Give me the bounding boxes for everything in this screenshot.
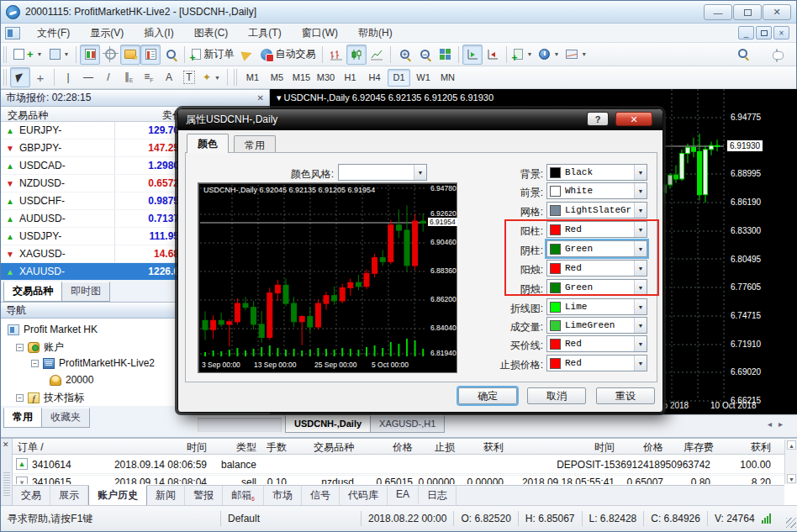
col-swap[interactable]: 库存费 xyxy=(677,440,714,455)
reset-button[interactable]: 重设 xyxy=(596,387,655,404)
tree-item-broker[interactable]: Profit Market HK xyxy=(8,324,98,335)
timeframes-grip[interactable] xyxy=(234,69,238,86)
zoom-in-button[interactable]: + xyxy=(394,45,414,65)
trendline-tool[interactable]: / xyxy=(98,67,119,87)
tab-mailbox[interactable]: 邮箱6 xyxy=(223,486,264,506)
collapse-icon[interactable]: − xyxy=(16,344,24,351)
col-price2[interactable]: 价格 xyxy=(623,440,663,455)
col-sl[interactable]: 止损 xyxy=(418,440,455,455)
dialog-close-button[interactable]: ✕ xyxy=(615,112,652,126)
status-profile[interactable]: Default xyxy=(228,513,354,524)
tab-trade[interactable]: 交易 xyxy=(13,486,50,506)
menu-tools[interactable]: 工具(T) xyxy=(238,24,291,43)
color-select-ask-line[interactable]: Red▼ xyxy=(546,335,647,352)
data-window-button[interactable] xyxy=(100,45,120,65)
col-lots[interactable]: 手数 xyxy=(258,440,287,455)
terminal-scrollbar[interactable]: ▲ ▼ xyxy=(784,440,797,484)
profiles-button[interactable]: ▼ xyxy=(46,45,73,65)
chart-close-button[interactable]: × xyxy=(773,26,789,40)
new-order-button[interactable]: +新订单 xyxy=(188,45,237,65)
color-select-bear-candle[interactable]: Green▼ xyxy=(546,279,647,296)
color-scheme-select[interactable]: ▼ xyxy=(338,164,427,181)
toolbar-grip[interactable] xyxy=(3,46,8,63)
ok-button[interactable]: 确定 xyxy=(458,387,517,404)
zoom-out-button[interactable]: − xyxy=(414,45,435,65)
column-symbol[interactable]: 交易品种 xyxy=(8,108,48,123)
color-select-bull-candle[interactable]: Red▼ xyxy=(546,260,647,277)
candlestick-button[interactable] xyxy=(346,45,367,65)
tab-journal[interactable]: 日志 xyxy=(419,486,457,506)
tf-w1[interactable]: W1 xyxy=(412,69,435,87)
tf-m30[interactable]: M30 xyxy=(314,69,337,87)
tab-symbols[interactable]: 交易品种 xyxy=(3,282,62,302)
menu-insert[interactable]: 插入(I) xyxy=(134,24,183,43)
dialog-tab-common[interactable]: 常用 xyxy=(234,135,276,153)
collapse-icon[interactable]: − xyxy=(31,360,39,367)
crosshair-tool[interactable]: + xyxy=(30,67,50,87)
chevron-down-icon[interactable]: ▼ xyxy=(634,336,647,351)
tf-m5[interactable]: M5 xyxy=(266,69,288,87)
tab-common[interactable]: 常用 xyxy=(3,408,42,428)
chart-restore-button[interactable] xyxy=(756,26,772,40)
arrows-tool[interactable]: ✦▼ xyxy=(199,67,224,87)
chart-minimize-button[interactable]: _ xyxy=(738,26,754,40)
dialog-tab-colors[interactable]: 颜色 xyxy=(187,134,229,153)
text-tool[interactable]: A xyxy=(159,67,179,87)
chart-info-line[interactable]: ▾ USDCNH-,Daily 6.92045 6.92135 6.91205 … xyxy=(277,92,494,103)
color-select-background[interactable]: Black▼ xyxy=(546,164,647,181)
tab-code-base[interactable]: 代码库 xyxy=(340,486,388,506)
tile-windows-button[interactable] xyxy=(435,45,455,65)
tab-tick-chart[interactable]: 即时图 xyxy=(61,282,110,302)
market-watch-toggle[interactable] xyxy=(80,45,100,65)
chevron-down-icon[interactable]: ▼ xyxy=(634,299,647,314)
channel-tool[interactable]: ∥E xyxy=(119,67,139,87)
color-select-grid[interactable]: LightSlateGr▼ xyxy=(546,202,647,219)
chat-icon[interactable] xyxy=(776,49,778,62)
color-select-bar-down[interactable]: Green▼ xyxy=(546,240,647,257)
chevron-down-icon[interactable]: ▼ xyxy=(634,183,647,198)
chevron-down-icon[interactable]: ▼ xyxy=(634,241,647,256)
templates-button[interactable]: ▼ xyxy=(562,45,590,65)
menu-file[interactable]: 文件(F) xyxy=(27,24,80,43)
menu-charts[interactable]: 图表(C) xyxy=(184,24,239,43)
tree-item-account[interactable]: 20000 xyxy=(50,374,93,386)
terminal-toggle[interactable] xyxy=(140,45,161,65)
strategy-tester-button[interactable] xyxy=(161,45,181,65)
tab-scroll-left-icon[interactable]: ◂ xyxy=(768,419,779,429)
auto-scroll-button[interactable] xyxy=(462,45,483,65)
tf-h4[interactable]: H4 xyxy=(363,69,386,87)
col-profit[interactable]: 获利 xyxy=(732,440,771,455)
vline-tool[interactable]: | xyxy=(58,67,78,87)
hline-tool[interactable]: — xyxy=(78,67,98,87)
tab-news[interactable]: 新闻 xyxy=(147,486,185,506)
chart-shift-button[interactable] xyxy=(483,45,503,65)
indicators-button[interactable]: +▼ xyxy=(510,45,536,65)
tf-m1[interactable]: M1 xyxy=(241,69,264,87)
close-button[interactable]: ✕ xyxy=(763,4,791,20)
tf-m15[interactable]: M15 xyxy=(290,69,313,87)
tab-account-history[interactable]: 账户历史 xyxy=(88,485,147,507)
terminal-close-icon[interactable]: ✕ xyxy=(3,440,9,449)
cancel-button[interactable]: 取消 xyxy=(527,387,586,404)
navigator-toggle[interactable] xyxy=(120,45,140,65)
history-row-balance[interactable]: ▲ 3410614 2018.09.14 08:06:59 balance DE… xyxy=(13,456,784,474)
search-icon[interactable] xyxy=(738,49,747,58)
color-select-bar-up[interactable]: Red▼ xyxy=(546,221,647,238)
chevron-down-icon[interactable]: ▼ xyxy=(634,165,647,180)
color-select-volumes[interactable]: LimeGreen▼ xyxy=(546,317,647,334)
scroll-down-icon[interactable]: ▼ xyxy=(787,474,796,483)
chart-tab-usdcnh[interactable]: USDCNH-,Daily xyxy=(285,415,371,433)
autotrade-button[interactable]: 自动交易 xyxy=(257,45,319,65)
chevron-down-icon[interactable]: ▼ xyxy=(634,280,647,295)
col-order[interactable]: 订单 / xyxy=(18,440,44,455)
tab-experts[interactable]: EA xyxy=(388,486,419,503)
history-row-order[interactable]: ▾ 3410615 2018.09.14 08:08:04 sell 0.10 … xyxy=(13,475,784,484)
periods-button[interactable]: ▼ xyxy=(536,45,562,65)
line-chart-button[interactable] xyxy=(367,45,387,65)
chevron-down-icon[interactable]: ▼ xyxy=(634,356,647,371)
bar-chart-button[interactable] xyxy=(326,45,346,65)
tab-alerts[interactable]: 警报 xyxy=(185,486,223,506)
label-tool[interactable]: T xyxy=(179,67,199,87)
tf-d1[interactable]: D1 xyxy=(388,69,410,87)
col-tp[interactable]: 获利 xyxy=(465,440,504,455)
